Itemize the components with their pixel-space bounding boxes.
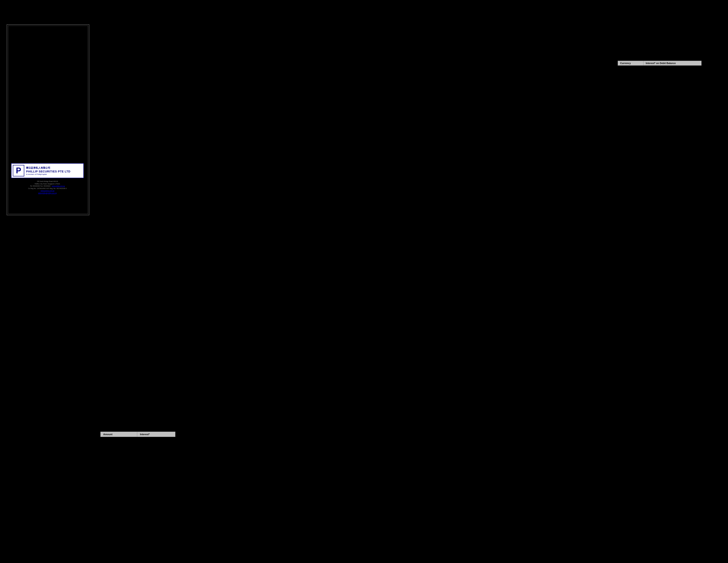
- address-line: 250 North Bridge Road #06-00: [11, 180, 84, 183]
- logo-p-box: P: [13, 165, 24, 176]
- poems-link[interactable]: www.poems.com.sg: [41, 190, 54, 191]
- interest-header: Interest*: [137, 432, 175, 437]
- city-line: Raffles City Tower Singapore 179101: [11, 183, 84, 185]
- currency-interest-table: Currency Interest* on Debit Balance: [618, 61, 702, 66]
- contact-info: 250 North Bridge Road #06-00 Raffles Cit…: [11, 180, 84, 194]
- poems-url-line: www.poems.com.sg: [11, 190, 84, 192]
- amount-table-element: Amount Interest*: [100, 432, 175, 437]
- logo-chinese-text: 輝立証券私人有限公司: [26, 166, 70, 169]
- amount-interest-table: Amount Interest*: [100, 432, 175, 437]
- interest-on-debit-header: Interest* on Debit Balance: [643, 61, 701, 66]
- document-panel: P 輝立証券私人有限公司 PHILLIP SECURITIES PTE LTD …: [7, 24, 90, 216]
- currency-header: Currency: [618, 61, 644, 66]
- currency-table-header-row: Currency Interest* on Debit Balance: [618, 61, 702, 66]
- logo-section: P 輝立証券私人有限公司 PHILLIP SECURITIES PTE LTD …: [11, 163, 84, 194]
- company-logo-box: P 輝立証券私人有限公司 PHILLIP SECURITIES PTE LTD …: [11, 163, 84, 178]
- email-line: talktophillip@phillip.com.sg: [11, 192, 84, 194]
- tel-fax-line: Tel: 65330000 Fax: 65335834 www.phillip.…: [11, 185, 84, 187]
- logo-text-block: 輝立証券私人有限公司 PHILLIP SECURITIES PTE LTD A …: [26, 166, 70, 175]
- website-link[interactable]: www.phillip.com.sg: [52, 185, 65, 187]
- tel-fax-text: Tel: 65330000 Fax: 65335834: [30, 185, 51, 187]
- email-link[interactable]: talktophillip@phillip.com.sg: [38, 192, 57, 194]
- amount-table-header-row: Amount Interest*: [101, 432, 175, 437]
- company-name: PHILLIP SECURITIES PTE LTD: [26, 170, 70, 173]
- member-text: A member of PhillipCapital: [26, 173, 70, 175]
- co-reg-line: Co Reg No.: 197501035Z GST Reg. No.: M2-…: [11, 187, 84, 190]
- logo-p-letter: P: [16, 166, 21, 175]
- amount-header: Amount: [101, 432, 137, 437]
- currency-table-element: Currency Interest* on Debit Balance: [618, 61, 702, 66]
